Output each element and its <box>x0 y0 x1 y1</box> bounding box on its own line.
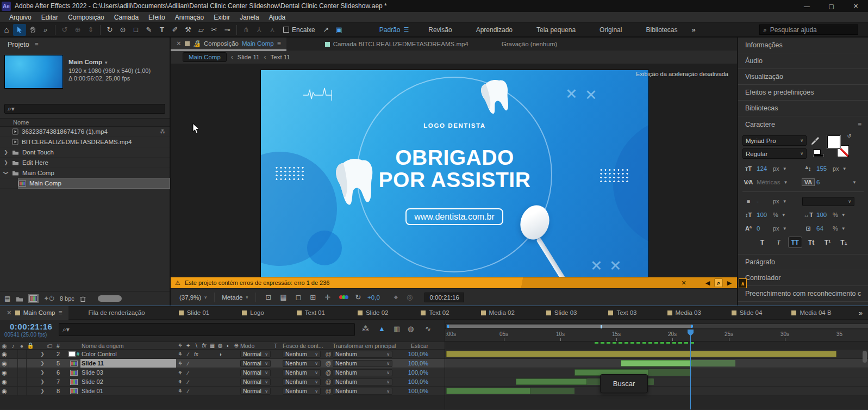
default-colors-icon[interactable] <box>813 150 824 157</box>
stretch-value[interactable]: 100,0% <box>396 388 434 394</box>
pickwhip-icon[interactable]: @ <box>324 369 333 376</box>
stroke-style-dropdown[interactable]: ∨ <box>802 197 854 206</box>
lock-icon[interactable]: 🔏 <box>193 40 201 47</box>
shy-toggle[interactable]: ⚘ <box>176 361 184 366</box>
shy-column-icon[interactable]: ⚘ <box>176 343 184 349</box>
track-matte-dropdown[interactable]: Nenhum∨ <box>283 378 321 386</box>
timeline-tab-text-03[interactable]: Text 03 <box>602 306 643 320</box>
layer-bar-slide-11-tail[interactable] <box>692 360 735 366</box>
panel-menu-icon[interactable]: ≡ <box>35 41 39 48</box>
expand-arrow-icon[interactable]: ❯ <box>38 379 47 384</box>
parent-dropdown[interactable]: Nenhum∨ <box>333 360 392 367</box>
panel-caractere[interactable]: Caractere ≡ <box>738 116 868 132</box>
shy-toggle[interactable]: ⚘ <box>176 351 184 357</box>
brush-tool-icon[interactable]: ✐ <box>168 24 182 36</box>
layer-bar-slide-03-tail[interactable] <box>648 369 691 376</box>
timeline-tab-media-03[interactable]: Media 03 <box>661 306 708 320</box>
project-folder-dont-touch[interactable]: ❯ Dont Touch <box>0 147 170 158</box>
tracking-value[interactable]: 6 <box>816 179 830 185</box>
pen-tool-icon[interactable]: ✎ <box>142 24 155 36</box>
eye-icon[interactable]: ◉ <box>0 360 9 367</box>
timeline-tab-media-02[interactable]: Media 02 <box>474 306 521 320</box>
eye-icon[interactable]: ◉ <box>0 378 9 386</box>
quality-column-icon[interactable]: ∖ <box>192 343 201 349</box>
chevron-down-icon[interactable]: ▼ <box>842 166 847 171</box>
playhead-line[interactable] <box>690 330 691 409</box>
world-axis-mode-icon[interactable]: ⅄ <box>253 24 266 36</box>
video-column-icon[interactable]: ◉ <box>0 343 9 349</box>
chevron-down-icon[interactable]: ▼ <box>783 180 788 185</box>
fx-toggle[interactable]: fx <box>192 351 201 357</box>
chevron-down-icon[interactable]: ▼ <box>841 213 846 218</box>
all-caps-button[interactable]: TT <box>789 237 802 247</box>
layer-bar-slide-01-tail[interactable] <box>530 388 574 394</box>
channel-icon[interactable] <box>340 295 348 299</box>
collapse-arrow-icon[interactable]: ❯ <box>3 170 9 176</box>
timeline-tab-slide-01[interactable]: Slide 01 <box>172 306 216 320</box>
prev-error-icon[interactable]: ◀ <box>703 278 712 287</box>
superscript-button[interactable]: T¹ <box>821 237 834 247</box>
workspace-bibliotecas[interactable]: Bibliotecas <box>634 26 689 34</box>
blend-mode-dropdown[interactable]: Normal∨ <box>240 388 271 395</box>
blend-mode-dropdown[interactable]: Normal∨ <box>240 369 271 376</box>
layer-name[interactable]: Slide 03 <box>80 368 176 377</box>
reveal-error-icon[interactable]: ⌕ <box>714 278 723 287</box>
track-matte-dropdown[interactable]: Nenhum∨ <box>283 351 321 358</box>
breadcrumb-slide-11[interactable]: Slide 11 <box>238 54 260 60</box>
panel-controlador[interactable]: Controlador <box>738 270 868 286</box>
new-folder-icon[interactable] <box>16 296 23 302</box>
layer-bar-slide-11[interactable] <box>621 360 692 366</box>
hand-tool-icon[interactable] <box>26 24 39 36</box>
track-matte-column[interactable]: Fosco de cont... <box>283 343 324 349</box>
workspace-tela-pequena[interactable]: Tela pequena <box>524 26 588 34</box>
mode-column[interactable]: Modo <box>240 343 274 349</box>
panel-efeitos[interactable]: Efeitos e predefinições <box>738 85 868 101</box>
source-name-column[interactable]: Nome da origem <box>80 342 176 349</box>
draft-3d-icon[interactable]: ▲ <box>378 325 385 333</box>
layer-row-slide-11[interactable]: ◉ ❯ 5 Slide 11 ⚘ ∕ Normal∨ Nenhum∨ <box>0 359 445 368</box>
swap-colors-icon[interactable]: ↺ <box>847 133 851 139</box>
font-family-dropdown[interactable]: Myriad Pro ∨ <box>742 135 807 146</box>
chevron-down-icon[interactable]: ▼ <box>783 226 787 231</box>
number-column-label[interactable]: # <box>57 343 67 349</box>
comp-name[interactable]: Main Comp ▼ <box>68 58 151 67</box>
timeline-tab-main-comp[interactable]: ✕ Main Comp ≡ <box>0 306 68 320</box>
motion-blur-column-icon[interactable]: ◍ <box>216 343 224 349</box>
label-column-icon[interactable]: 🏷 <box>47 343 57 349</box>
layer-name[interactable]: Slide 02 <box>80 377 176 386</box>
menu-animacao[interactable]: Animação <box>170 14 209 21</box>
menu-arquivo[interactable]: Arquivo <box>4 14 36 21</box>
current-timecode[interactable]: 0:00:21:16 <box>10 322 52 331</box>
rotation-tool-icon[interactable]: ↻ <box>103 24 116 36</box>
preview-timecode[interactable]: 0:00:21:16 <box>424 293 464 302</box>
tab-overflow-icon[interactable]: » <box>853 309 868 317</box>
roto-brush-tool-icon[interactable]: ✂ <box>208 24 221 36</box>
parent-dropdown[interactable]: Nenhum∨ <box>333 378 392 386</box>
pickwhip-icon[interactable]: @ <box>324 360 333 366</box>
frame-blending-icon[interactable]: ▥ <box>394 325 400 333</box>
close-tab-icon[interactable]: ✕ <box>176 40 182 47</box>
menu-camada[interactable]: Camada <box>109 14 143 21</box>
parent-link-column[interactable]: Transformar em principal e vinc... <box>333 343 396 349</box>
motion-blur-icon[interactable]: ◍ <box>408 325 414 333</box>
quality-toggle[interactable]: ∕ <box>184 379 192 385</box>
project-folder-main-comp[interactable]: ❯ Main Comp <box>0 168 170 178</box>
selection-tool-icon[interactable] <box>13 24 26 36</box>
next-error-icon[interactable]: ▶ <box>725 278 734 287</box>
solo-column-icon[interactable]: ● <box>17 343 26 349</box>
breadcrumb-text-11[interactable]: Text 11 <box>271 54 290 60</box>
orbit-camera-tool-icon[interactable]: ↺ <box>58 24 71 36</box>
stretch-column[interactable]: Esticar <box>396 343 434 349</box>
project-search-input[interactable]: ⌕▾ <box>4 104 165 114</box>
frame-blend-column-icon[interactable]: ▦ <box>208 343 216 349</box>
minimize-button[interactable]: — <box>795 0 819 12</box>
resolution-dropdown[interactable]: Metade ∨ <box>222 294 248 301</box>
pan-behind-tool-icon[interactable]: ⊙ <box>116 24 129 36</box>
magnification-dropdown[interactable]: (37,9%) ∨ <box>179 294 207 301</box>
layer-name[interactable]: Slide 11 <box>80 359 176 368</box>
new-composition-icon[interactable] <box>29 295 38 302</box>
panel-visualizacao[interactable]: Visualização <box>738 69 868 85</box>
timeline-tab-text-02[interactable]: Text 02 <box>414 306 455 320</box>
panel-paragrafo[interactable]: Parágrafo <box>738 254 868 270</box>
expand-arrow-icon[interactable]: ❯ <box>3 150 9 155</box>
